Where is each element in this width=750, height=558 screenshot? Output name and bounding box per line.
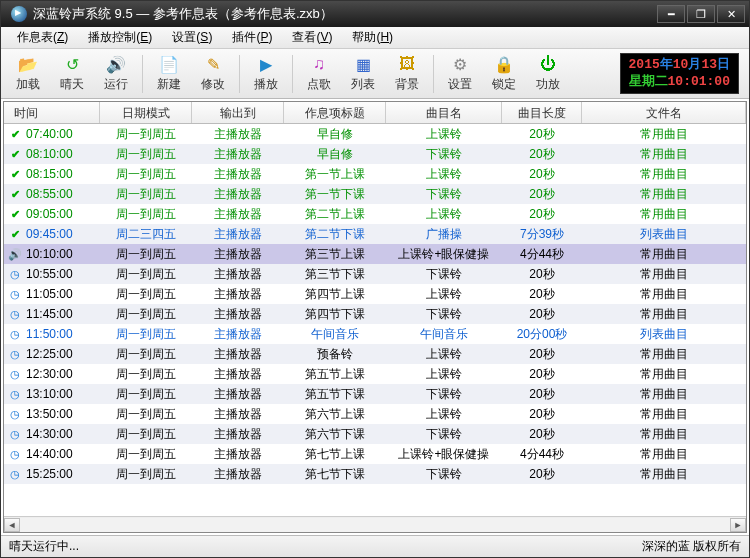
- play-button[interactable]: ▶播放: [245, 52, 287, 96]
- load-button[interactable]: 📂加载: [7, 52, 49, 96]
- close-button[interactable]: ✕: [717, 5, 745, 23]
- speaker-icon: 🔊: [8, 247, 22, 261]
- status-bar: 晴天运行中... 深深的蓝 版权所有: [1, 535, 749, 557]
- amp-button[interactable]: ⏻功放: [527, 52, 569, 96]
- menu-e[interactable]: 播放控制(E): [78, 27, 162, 48]
- clock-icon: ◷: [8, 447, 22, 461]
- lock-icon: 🔒: [494, 54, 514, 74]
- grid-header: 时间日期模式输出到作息项标题曲目名曲目长度文件名: [4, 102, 746, 124]
- bg-icon: 🖼: [397, 54, 417, 74]
- load-icon: 📂: [18, 54, 38, 74]
- clock-icon: ◷: [8, 427, 22, 441]
- song-button[interactable]: ♫点歌: [298, 52, 340, 96]
- table-row[interactable]: ◷14:30:00周一到周五主播放器第六节下课下课铃20秒常用曲目: [4, 424, 746, 444]
- menu-s[interactable]: 设置(S): [162, 27, 222, 48]
- check-icon: ✔: [8, 207, 22, 221]
- table-row[interactable]: ◷10:55:00周一到周五主播放器第三节下课下课铃20秒常用曲目: [4, 264, 746, 284]
- column-header[interactable]: 作息项标题: [284, 102, 386, 123]
- check-icon: ✔: [8, 147, 22, 161]
- new-icon: 📄: [159, 54, 179, 74]
- schedule-grid: 时间日期模式输出到作息项标题曲目名曲目长度文件名 ✔07:40:00周一到周五主…: [3, 101, 747, 533]
- table-row[interactable]: 🔊10:10:00周一到周五主播放器第三节上课上课铃+眼保健操4分44秒常用曲目: [4, 244, 746, 264]
- play-icon: ▶: [256, 54, 276, 74]
- table-row[interactable]: ✔09:45:00周二三四五主播放器第二节下课广播操7分39秒列表曲目: [4, 224, 746, 244]
- table-row[interactable]: ◷15:25:00周一到周五主播放器第七节下课下课铃20秒常用曲目: [4, 464, 746, 484]
- table-row[interactable]: ◷11:05:00周一到周五主播放器第四节上课上课铃20秒常用曲目: [4, 284, 746, 304]
- clock-icon: ◷: [8, 287, 22, 301]
- clock-icon: ◷: [8, 367, 22, 381]
- copyright-text: 深深的蓝 版权所有: [642, 538, 741, 555]
- table-row[interactable]: ✔07:40:00周一到周五主播放器早自修上课铃20秒常用曲目: [4, 124, 746, 144]
- weather-button[interactable]: ↺晴天: [51, 52, 93, 96]
- menu-bar: 作息表(Z)播放控制(E)设置(S)插件(P)查看(V)帮助(H): [1, 27, 749, 49]
- table-row[interactable]: ◷12:30:00周一到周五主播放器第五节上课上课铃20秒常用曲目: [4, 364, 746, 384]
- column-header[interactable]: 曲目长度: [502, 102, 582, 123]
- window-title: 深蓝铃声系统 9.5 — 参考作息表（参考作息表.zxb）: [33, 5, 657, 23]
- table-row[interactable]: ✔08:55:00周一到周五主播放器第一节下课下课铃20秒常用曲目: [4, 184, 746, 204]
- toolbar: 📂加载↺晴天🔊运行📄新建✎修改▶播放♫点歌▦列表🖼背景⚙设置🔒锁定⏻功放2015…: [1, 49, 749, 99]
- grid-body[interactable]: ✔07:40:00周一到周五主播放器早自修上课铃20秒常用曲目✔08:10:00…: [4, 124, 746, 516]
- menu-v[interactable]: 查看(V): [282, 27, 342, 48]
- table-row[interactable]: ◷14:40:00周一到周五主播放器第七节上课上课铃+眼保健操4分44秒常用曲目: [4, 444, 746, 464]
- scroll-left-icon[interactable]: ◄: [4, 518, 20, 532]
- column-header[interactable]: 曲目名: [386, 102, 502, 123]
- clock-icon: ◷: [8, 307, 22, 321]
- clock-icon: ◷: [8, 387, 22, 401]
- settings-icon: ⚙: [450, 54, 470, 74]
- status-text: 晴天运行中...: [9, 538, 79, 555]
- scroll-right-icon[interactable]: ►: [730, 518, 746, 532]
- list-icon: ▦: [353, 54, 373, 74]
- edit-icon: ✎: [203, 54, 223, 74]
- table-row[interactable]: ◷12:25:00周一到周五主播放器预备铃上课铃20秒常用曲目: [4, 344, 746, 364]
- table-row[interactable]: ✔09:05:00周一到周五主播放器第二节上课上课铃20秒常用曲目: [4, 204, 746, 224]
- clock-icon: ◷: [8, 267, 22, 281]
- clock-display: 2015年10月13日星期二10:01:00: [620, 53, 739, 95]
- minimize-button[interactable]: ━: [657, 5, 685, 23]
- column-header[interactable]: 日期模式: [100, 102, 192, 123]
- run-icon: 🔊: [106, 54, 126, 74]
- clock-icon: ◷: [8, 327, 22, 341]
- run-button[interactable]: 🔊运行: [95, 52, 137, 96]
- table-row[interactable]: ◷13:10:00周一到周五主播放器第五节下课下课铃20秒常用曲目: [4, 384, 746, 404]
- table-row[interactable]: ◷11:45:00周一到周五主播放器第四节下课下课铃20秒常用曲目: [4, 304, 746, 324]
- weather-icon: ↺: [62, 54, 82, 74]
- column-header[interactable]: 时间: [4, 102, 100, 123]
- menu-z[interactable]: 作息表(Z): [7, 27, 78, 48]
- title-bar: 深蓝铃声系统 9.5 — 参考作息表（参考作息表.zxb） ━ ❐ ✕: [1, 1, 749, 27]
- check-icon: ✔: [8, 187, 22, 201]
- column-header[interactable]: 文件名: [582, 102, 746, 123]
- bg-button[interactable]: 🖼背景: [386, 52, 428, 96]
- check-icon: ✔: [8, 227, 22, 241]
- check-icon: ✔: [8, 127, 22, 141]
- table-row[interactable]: ◷13:50:00周一到周五主播放器第六节上课上课铃20秒常用曲目: [4, 404, 746, 424]
- song-icon: ♫: [309, 54, 329, 74]
- horizontal-scrollbar[interactable]: ◄ ►: [4, 516, 746, 532]
- amp-icon: ⏻: [538, 54, 558, 74]
- menu-p[interactable]: 插件(P): [222, 27, 282, 48]
- table-row[interactable]: ◷11:50:00周一到周五主播放器午间音乐午间音乐20分00秒列表曲目: [4, 324, 746, 344]
- column-header[interactable]: 输出到: [192, 102, 284, 123]
- menu-h[interactable]: 帮助(H): [342, 27, 403, 48]
- clock-icon: ◷: [8, 407, 22, 421]
- edit-button[interactable]: ✎修改: [192, 52, 234, 96]
- list-button[interactable]: ▦列表: [342, 52, 384, 96]
- lock-button[interactable]: 🔒锁定: [483, 52, 525, 96]
- new-button[interactable]: 📄新建: [148, 52, 190, 96]
- table-row[interactable]: ✔08:15:00周一到周五主播放器第一节上课上课铃20秒常用曲目: [4, 164, 746, 184]
- check-icon: ✔: [8, 167, 22, 181]
- app-icon: [11, 6, 27, 22]
- maximize-button[interactable]: ❐: [687, 5, 715, 23]
- settings-button[interactable]: ⚙设置: [439, 52, 481, 96]
- clock-icon: ◷: [8, 467, 22, 481]
- clock-icon: ◷: [8, 347, 22, 361]
- table-row[interactable]: ✔08:10:00周一到周五主播放器早自修下课铃20秒常用曲目: [4, 144, 746, 164]
